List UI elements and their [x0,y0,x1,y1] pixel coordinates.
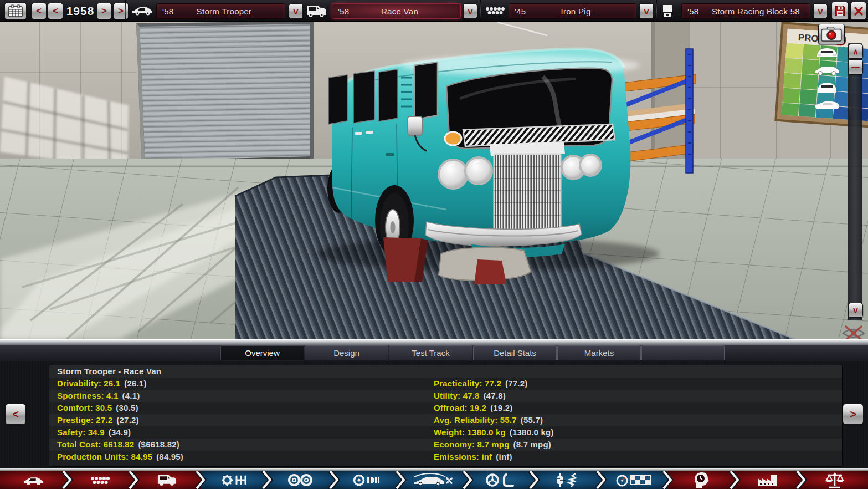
panel-next-button[interactable]: > [843,404,864,425]
van-icon [306,4,327,18]
model-dropdown[interactable]: '58 Storm Trooper [156,3,285,19]
tab-test-track[interactable]: Test Track [389,345,472,360]
engine-family-dropdown[interactable]: '45 Iron Pig [509,3,636,19]
stat-comfort: Comfort: 30.5 [57,403,112,412]
engine-icon [485,6,505,17]
year-back-fast-button[interactable]: < [31,3,47,19]
section-aero-cooling[interactable] [400,471,468,489]
car-rear-view-button[interactable] [810,79,844,95]
stat-row: Drivability: 26.1(26.1) Practicality: 77… [49,378,842,390]
trim-year: '58 [338,7,358,16]
engine-variant-dropdown[interactable]: '58 Storm Racing Block 58 [681,3,810,19]
close-icon [854,6,864,16]
van-body-icon [157,473,177,487]
markets-icon [692,472,711,488]
car-side-view-button[interactable] [810,61,844,78]
section-factory[interactable] [735,471,802,489]
trim-expand-button[interactable]: V [463,3,477,19]
section-test-track[interactable] [601,471,668,489]
section-wheels[interactable] [267,471,334,489]
gearbox-icon [222,473,246,487]
trim-dropdown[interactable]: '58 Race Van [332,3,461,19]
tab-slot-empty [641,345,725,360]
scrollbar-thumb[interactable] [848,59,863,75]
aero-cooling-icon [413,472,454,488]
scrollbar-down-button[interactable]: V [848,303,863,318]
section-car-trim[interactable] [0,471,67,489]
stat-row: Sportiness: 4.1(4.1) Utility: 47.8(47.8) [49,390,842,402]
save-button[interactable] [831,2,849,20]
scrollbar-up-button[interactable]: ∧ [848,44,863,59]
divider [480,0,481,21]
camera-view-presets [810,43,844,113]
trim-name: Race Van [358,7,441,16]
overview-stats-panel: Storm Trooper - Race Van Drivability: 26… [0,361,868,468]
test-track-icon [616,472,653,488]
close-button[interactable] [850,2,866,20]
divider [125,0,126,21]
engine-variant-expand-button[interactable]: V [813,3,828,19]
section-balance[interactable] [801,471,868,489]
section-brakes[interactable] [334,471,401,489]
scene-scrollbar[interactable]: ∧ V [848,43,862,320]
panel-prev-button[interactable]: < [5,404,26,425]
vehicle-stats-box: Storm Trooper - Race Van Drivability: 26… [49,365,843,467]
stat-weight: Weight: 1380.0 kg [434,427,506,437]
suspension-icon [554,472,581,488]
tab-overview[interactable]: Overview [220,345,304,360]
year-back-button[interactable]: < [48,3,63,19]
engine-family-name: Iron Pig [535,7,617,16]
stats-header-row: Storm Trooper - Race Van [49,365,842,378]
svg-text:PRO: PRO [798,32,819,44]
design-sections-toolbar [0,468,868,489]
section-gearbox[interactable] [201,471,268,489]
stat-total-cost: Total Cost: 6618.82 [57,440,134,449]
tab-design[interactable]: Design [305,345,388,360]
garage-scene: PRO [0,21,868,339]
divider [656,0,657,21]
stat-drivability: Drivability: 26.1 [57,379,120,388]
section-body[interactable] [133,471,201,489]
calendar-icon [8,4,23,18]
stat-row: Safety: 34.9(34.9) Weight: 1380.0 kg(138… [49,426,842,439]
year-navigation: < < 1958 > > [31,3,130,19]
stat-reliability: Avg. Reliability: 55.7 [434,415,517,425]
piston-icon [660,3,675,18]
stat-offroad: Offroad: 19.2 [434,403,486,412]
stat-row: Prestige: 27.2(27.2) Avg. Reliability: 5… [49,414,842,426]
model-expand-button[interactable]: V [289,3,303,19]
stat-emissions: Emissions: inf [434,452,492,461]
stat-row: Total Cost: 6618.82($6618.82) Economy: 8… [49,439,842,451]
section-suspension[interactable] [534,471,601,489]
car-trim-icon [23,474,43,486]
top-toolbar: < < 1958 > > '58 Storm Trooper V '58 Rac… [0,0,868,22]
hide-ui-button[interactable] [841,324,866,339]
stat-economy: Economy: 8.7 mpg [434,440,510,449]
garage-3d-viewport[interactable]: PRO [0,21,868,339]
calendar-button[interactable] [4,2,27,20]
tab-detail-stats[interactable]: Detail Stats [473,345,557,360]
stat-row: Comfort: 30.5(30.5) Offroad: 19.2(19.2) [49,402,842,414]
garage-door [136,21,314,172]
current-year: 1958 [64,4,96,18]
photo-mode-button[interactable] [818,24,845,44]
year-forward-button[interactable]: > [96,3,112,19]
save-icon [834,5,846,17]
section-interior[interactable] [468,471,535,489]
car-icon [132,4,153,16]
stat-safety: Safety: 34.9 [57,427,105,437]
engine-family-year: '45 [515,7,535,16]
engine-variant-name: Storm Racing Block 58 [707,7,804,16]
section-markets[interactable] [667,471,735,489]
model-year: '58 [162,7,182,16]
stat-utility: Utility: 47.8 [434,391,480,400]
section-engine[interactable] [67,471,134,489]
engine-family-expand-button[interactable]: V [639,3,654,19]
tab-markets[interactable]: Markets [557,345,641,360]
stat-prestige: Prestige: 27.2 [57,415,112,425]
car-low-view-button[interactable] [810,96,844,113]
car-front-view-button[interactable] [810,43,844,60]
camera-icon [820,26,843,43]
vehicle-title: Storm Trooper - Race Van [57,365,161,378]
brakes-icon [353,473,382,487]
